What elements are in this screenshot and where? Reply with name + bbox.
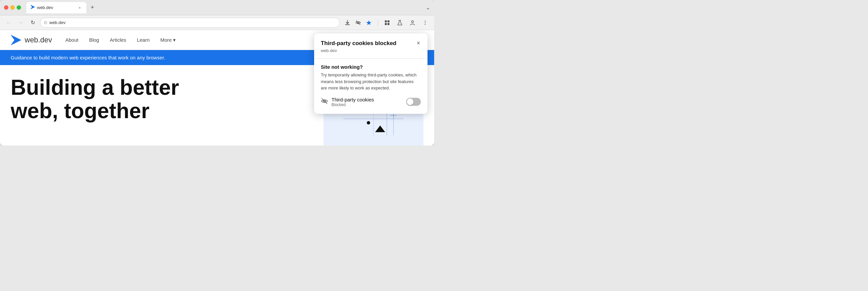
extensions-icon bbox=[384, 20, 390, 26]
cookie-popup: Third-party cookies blocked × web.dev Si… bbox=[314, 33, 428, 114]
svg-marker-14 bbox=[11, 35, 21, 46]
svg-marker-21 bbox=[375, 125, 385, 132]
hero-title-line2: web, together bbox=[11, 99, 149, 123]
svg-rect-6 bbox=[388, 20, 390, 22]
eye-slash-button[interactable] bbox=[353, 18, 363, 28]
banner-text: Guidance to build modern web experiences… bbox=[11, 55, 165, 60]
hero-title: Building a better web, together bbox=[11, 76, 211, 123]
nav-more-arrow-icon: ▾ bbox=[173, 37, 176, 43]
star-icon bbox=[366, 20, 372, 26]
profile-button[interactable] bbox=[407, 18, 417, 28]
tab-title: web.dev bbox=[37, 5, 75, 10]
page-content: web.dev About Blog Articles Learn More ▾… bbox=[0, 30, 434, 146]
labs-icon bbox=[397, 20, 403, 26]
nav-more[interactable]: More ▾ bbox=[160, 37, 176, 43]
address-bar[interactable]: ⊙ web.dev bbox=[40, 18, 340, 28]
address-security-icon: ⊙ bbox=[44, 20, 48, 25]
nav-blog[interactable]: Blog bbox=[89, 37, 99, 43]
popup-cookie-row: Third-party cookies Blocked bbox=[321, 97, 421, 107]
toggle-knob bbox=[407, 98, 413, 105]
third-party-cookies-toggle[interactable] bbox=[406, 98, 421, 106]
site-logo[interactable]: web.dev bbox=[11, 35, 52, 46]
cookie-label: Third-party cookies bbox=[332, 97, 403, 103]
svg-rect-5 bbox=[385, 20, 387, 22]
svg-marker-4 bbox=[366, 20, 371, 25]
popup-divider bbox=[314, 58, 428, 59]
svg-rect-1 bbox=[345, 24, 350, 25]
popup-subtitle: web.dev bbox=[321, 48, 421, 53]
back-icon: ← bbox=[6, 20, 11, 26]
forward-icon: → bbox=[18, 20, 23, 26]
nav-more-label: More bbox=[160, 37, 172, 43]
toolbar-divider bbox=[378, 19, 378, 26]
logo-text: web.dev bbox=[25, 36, 52, 45]
popup-close-button[interactable]: × bbox=[416, 40, 421, 46]
toolbar-actions bbox=[342, 18, 374, 28]
minimize-window-button[interactable] bbox=[10, 5, 15, 10]
popup-section-title: Site not working? bbox=[321, 64, 421, 70]
hero-title-line1: Building a better bbox=[11, 76, 179, 99]
svg-marker-0 bbox=[30, 5, 35, 9]
tab-close-button[interactable]: × bbox=[77, 5, 82, 10]
svg-point-19 bbox=[367, 121, 370, 124]
tab-bar: web.dev × + bbox=[26, 2, 423, 13]
svg-line-25 bbox=[322, 98, 327, 104]
title-bar: web.dev × + ⌄ bbox=[0, 0, 434, 16]
tab-favicon-icon bbox=[30, 5, 35, 10]
eye-slash-icon bbox=[355, 20, 361, 26]
svg-point-12 bbox=[425, 22, 426, 23]
site-nav-links: About Blog Articles Learn More ▾ bbox=[65, 37, 176, 43]
traffic-lights bbox=[4, 5, 21, 10]
svg-point-13 bbox=[425, 24, 426, 25]
extensions-button[interactable] bbox=[382, 18, 392, 28]
cookie-eye-slash-icon bbox=[321, 97, 328, 107]
download-icon bbox=[344, 20, 350, 26]
menu-button[interactable] bbox=[420, 18, 430, 28]
cookie-status: Blocked bbox=[332, 103, 403, 107]
svg-rect-8 bbox=[388, 23, 390, 25]
labs-button[interactable] bbox=[395, 18, 405, 28]
menu-icon bbox=[422, 20, 428, 26]
reload-button[interactable]: ↻ bbox=[28, 18, 37, 27]
tab-expand-button[interactable]: ⌄ bbox=[426, 4, 430, 11]
toolbar: ← → ↻ ⊙ web.dev bbox=[0, 16, 434, 30]
cookie-label-wrap: Third-party cookies Blocked bbox=[332, 97, 403, 107]
svg-point-10 bbox=[411, 21, 413, 23]
address-url: web.dev bbox=[49, 20, 65, 25]
nav-about[interactable]: About bbox=[65, 37, 79, 43]
maximize-window-button[interactable] bbox=[17, 5, 21, 10]
popup-section-text: Try temporarily allowing third-party coo… bbox=[321, 72, 421, 91]
browser-window: web.dev × + ⌄ ← → ↻ ⊙ web.dev bbox=[0, 0, 434, 146]
reload-icon: ↻ bbox=[31, 19, 35, 26]
profile-icon bbox=[409, 20, 415, 26]
close-window-button[interactable] bbox=[4, 5, 8, 10]
bookmark-button[interactable] bbox=[364, 18, 374, 28]
nav-learn[interactable]: Learn bbox=[137, 37, 149, 43]
back-button[interactable]: ← bbox=[4, 18, 13, 27]
svg-line-3 bbox=[356, 21, 360, 25]
svg-rect-7 bbox=[385, 23, 387, 25]
browser-tab[interactable]: web.dev × bbox=[26, 2, 86, 13]
popup-title: Third-party cookies blocked bbox=[321, 40, 397, 47]
nav-articles[interactable]: Articles bbox=[110, 37, 126, 43]
eye-slash-cookie-icon bbox=[321, 97, 328, 105]
logo-icon bbox=[11, 35, 21, 46]
download-button[interactable] bbox=[342, 18, 352, 28]
svg-point-11 bbox=[425, 20, 426, 21]
new-tab-button[interactable]: + bbox=[88, 3, 97, 12]
forward-button[interactable]: → bbox=[16, 18, 25, 27]
popup-header: Third-party cookies blocked × bbox=[321, 40, 421, 47]
